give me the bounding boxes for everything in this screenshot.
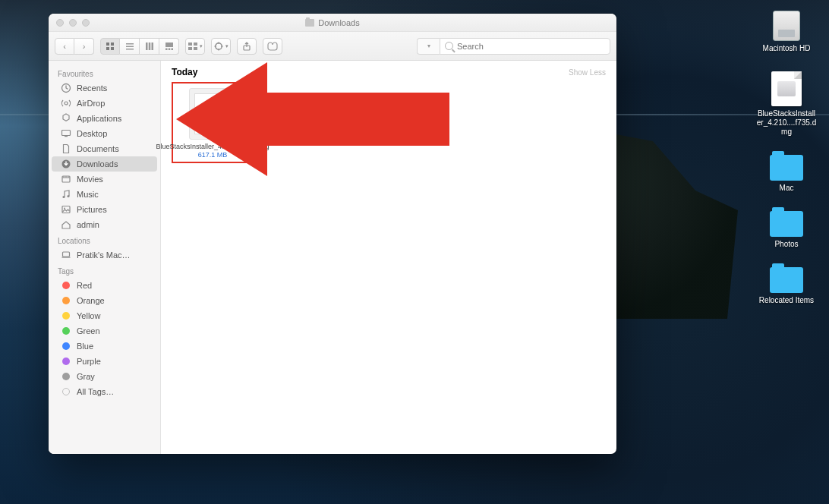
svg-rect-4	[126, 43, 134, 45]
column-view-button[interactable]	[140, 38, 159, 55]
forward-button[interactable]: ›	[74, 38, 94, 55]
sidebar-item-gray[interactable]: Gray	[52, 369, 157, 384]
sidebar-item-blue[interactable]: Blue	[52, 339, 157, 354]
share-button[interactable]	[237, 38, 257, 55]
search-input[interactable]	[457, 42, 605, 51]
sidebar-item-recents[interactable]: Recents	[52, 80, 157, 96]
svg-rect-0	[106, 43, 109, 46]
sidebar-item-label: Pratik's Mac…	[77, 250, 131, 260]
sidebar-item-pratik-s-mac-[interactable]: Pratik's Mac…	[52, 247, 157, 263]
sidebar-item-documents[interactable]: Documents	[52, 141, 157, 156]
svg-rect-21	[214, 46, 216, 46]
sidebar-item-label: Orange	[77, 296, 105, 305]
desktop-icon-label: Relocated Items	[759, 296, 814, 305]
finder-content[interactable]: Today Show Less BlueStacksInstaller_4.21…	[161, 61, 616, 454]
folder-icon	[770, 211, 803, 237]
group-by-button[interactable]	[185, 38, 205, 55]
sidebar-item-admin[interactable]: admin	[52, 217, 157, 232]
tag-dot-icon	[61, 341, 71, 351]
sidebar-item-label: Red	[77, 281, 92, 290]
sidebar-item-label: Desktop	[77, 129, 107, 138]
sidebar-item-green[interactable]: Green	[52, 323, 157, 339]
icon-view-button[interactable]	[100, 38, 120, 55]
svg-rect-11	[165, 48, 168, 50]
sidebar-item-label: Applications	[77, 114, 121, 123]
zoom-icon[interactable]	[82, 19, 90, 27]
file-thumbnail	[189, 88, 236, 140]
picture-icon	[61, 204, 71, 215]
gallery-view-button[interactable]	[159, 38, 179, 55]
svg-rect-27	[65, 136, 68, 137]
svg-rect-17	[194, 47, 197, 50]
svg-rect-3	[111, 47, 114, 50]
file-item[interactable]: BlueStacksInstaller_4.210....446.dmg 617…	[172, 82, 254, 163]
desktop-icon-relocated-items[interactable]: Relocated Items	[759, 267, 814, 305]
tag-dot-icon	[61, 326, 71, 336]
doc-icon	[61, 143, 71, 154]
sidebar-item-label: admin	[77, 220, 99, 229]
sidebar-item-label: Recents	[77, 83, 107, 93]
tag-dot-icon	[61, 310, 71, 321]
section-header: Today	[172, 67, 197, 77]
minimize-icon[interactable]	[69, 19, 77, 27]
disk-icon	[773, 11, 800, 41]
sidebar-item-purple[interactable]: Purple	[52, 354, 157, 369]
list-view-button[interactable]	[120, 38, 140, 55]
finder-window: Downloads ‹ ›	[49, 14, 616, 454]
desktop-icon-photos[interactable]: Photos	[770, 211, 803, 249]
svg-rect-2	[106, 47, 109, 50]
desktop: Macintosh HDBlueStacksInstaller_4.210...…	[0, 0, 829, 504]
window-title: Downloads	[318, 18, 359, 27]
traffic-lights[interactable]	[56, 19, 90, 27]
svg-rect-26	[62, 131, 71, 136]
window-titlebar[interactable]: Downloads	[49, 14, 616, 32]
movie-icon	[61, 174, 71, 184]
sidebar-item-airdrop[interactable]: AirDrop	[52, 96, 157, 111]
sidebar-item-downloads[interactable]: Downloads	[52, 156, 157, 172]
sidebar-item-label: Gray	[77, 372, 95, 381]
tag-dot-icon	[61, 356, 71, 367]
svg-rect-8	[148, 43, 150, 50]
svg-point-33	[64, 208, 65, 209]
back-button[interactable]: ‹	[55, 38, 74, 55]
close-icon[interactable]	[56, 19, 64, 27]
sidebar-item-label: Purple	[77, 357, 101, 366]
apps-icon	[61, 113, 71, 124]
desktop-icon-mac[interactable]: Mac	[770, 155, 803, 193]
desktop-icon-macintosh-hd[interactable]: Macintosh HD	[763, 11, 811, 53]
svg-rect-15	[194, 43, 197, 46]
desktop-icon	[61, 128, 71, 139]
laptop-icon	[61, 250, 71, 260]
svg-rect-32	[62, 206, 70, 213]
section-header-row: Today Show Less	[172, 67, 606, 77]
sidebar-item-all-tags-[interactable]: All Tags…	[52, 384, 157, 399]
desktop-icon-bluestacksinstaller-f-dmg[interactable]: BlueStacksInstaller_4.210....f735.dmg	[756, 71, 817, 137]
desktop-icon-label: BlueStacksInstaller_4.210....f735.dmg	[756, 109, 817, 137]
svg-point-30	[62, 196, 65, 198]
svg-rect-20	[218, 49, 219, 50]
sidebar-item-music[interactable]: Music	[52, 187, 157, 202]
action-menu-button[interactable]	[211, 38, 231, 55]
show-less-link[interactable]: Show Less	[569, 68, 606, 77]
svg-point-25	[65, 102, 68, 105]
sidebar-item-movies[interactable]: Movies	[52, 172, 157, 187]
sidebar-item-orange[interactable]: Orange	[52, 293, 157, 308]
svg-rect-7	[146, 43, 148, 50]
sidebar-item-red[interactable]: Red	[52, 278, 157, 293]
desktop-icon-label: Macintosh HD	[763, 44, 811, 53]
edit-tags-button[interactable]	[263, 38, 282, 55]
finder-body: FavouritesRecentsAirDropApplicationsDesk…	[49, 61, 616, 454]
tag-dot-icon	[61, 280, 71, 291]
sidebar-item-pictures[interactable]: Pictures	[52, 202, 157, 217]
svg-point-18	[215, 43, 221, 49]
sidebar-item-label: Yellow	[77, 311, 100, 320]
dmg-icon	[771, 71, 802, 106]
sidebar-item-desktop[interactable]: Desktop	[52, 126, 157, 141]
sidebar-item-yellow[interactable]: Yellow	[52, 308, 157, 323]
sidebar-item-applications[interactable]: Applications	[52, 111, 157, 126]
svg-rect-22	[221, 46, 222, 46]
finder-toolbar: ‹ ›	[49, 32, 616, 61]
search-field[interactable]	[440, 38, 610, 55]
search-scope-dropdown[interactable]: ▾	[417, 38, 440, 55]
svg-rect-13	[171, 48, 173, 50]
